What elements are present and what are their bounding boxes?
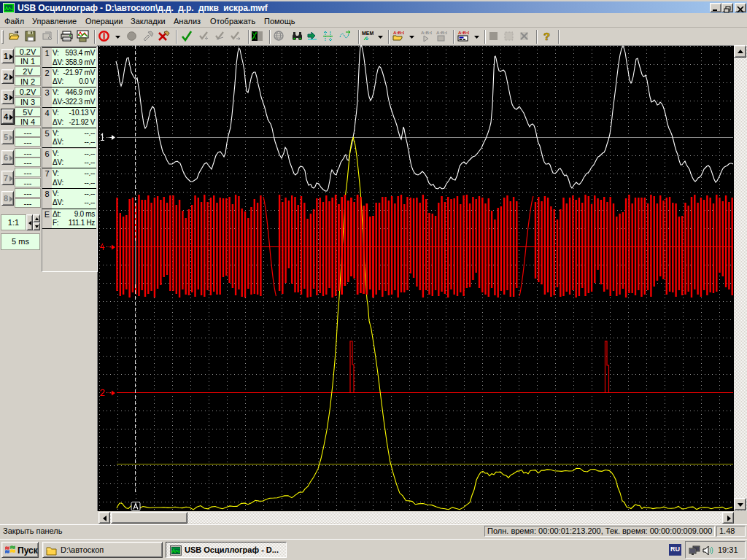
svg-text:A:B:C: A:B:C [436, 30, 447, 35]
svg-text:A:B:C: A:B:C [421, 30, 432, 35]
svg-text:MEM: MEM [362, 31, 374, 36]
svg-text:A:B:C: A:B:C [393, 30, 404, 35]
svg-text:?: ? [543, 30, 550, 42]
svg-text:A:B:C: A:B:C [458, 30, 469, 35]
